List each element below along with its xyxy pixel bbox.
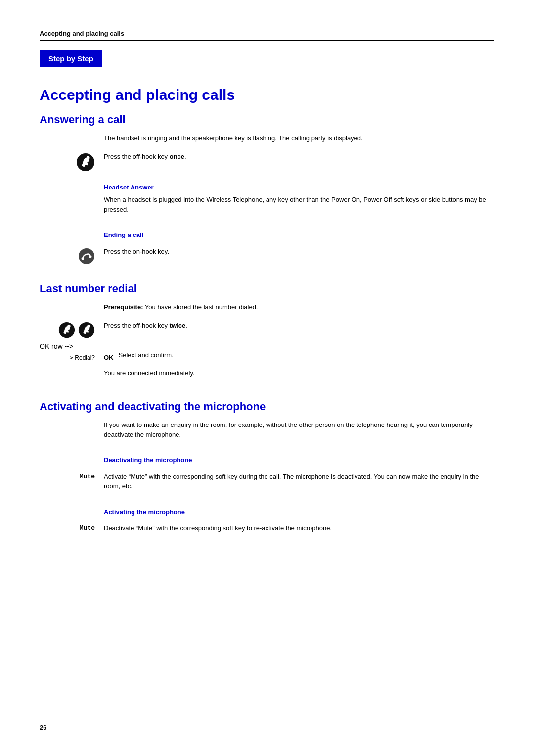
activating-heading-row: Activating the microphone (40, 500, 494, 520)
select-confirm-text: Select and confirm. (119, 350, 174, 360)
connected-text: You are connected immediately. (104, 368, 494, 378)
last-number-redial-heading: Last number redial (40, 283, 494, 295)
headset-answer-section: Headset Answer When a headset is plugged… (104, 176, 494, 220)
headset-answer-icon-area (40, 176, 104, 177)
headset-answer-text: When a headset is plugged into the Wirel… (104, 195, 494, 214)
answering-intro-row: The handset is ringing and the speakerph… (40, 133, 494, 148)
double-phone-icons (58, 322, 95, 338)
phone-offhook-icon-area (40, 152, 104, 172)
redial-arrow: --> (62, 354, 73, 361)
deactivating-icon-area (40, 448, 104, 449)
onhook-icon-area (40, 247, 104, 265)
page-header-title: Accepting and placing calls (40, 30, 124, 37)
answering-intro-text: The handset is ringing and the speakerph… (104, 133, 494, 143)
svg-point-6 (67, 325, 70, 328)
step-by-step-box: Step by Step (40, 50, 102, 67)
press-once-row: Press the off-hook key once. (40, 152, 494, 172)
ending-call-heading: Ending a call (104, 230, 494, 240)
page: Accepting and placing calls Step by Step… (0, 0, 534, 756)
connected-row: You are connected immediately. (40, 368, 494, 383)
ending-call-icon-area (40, 223, 104, 224)
prereq-icon-area (40, 302, 104, 303)
main-heading: Accepting and placing calls (40, 87, 494, 103)
svg-point-2 (79, 248, 94, 264)
prereq-text: Prerequisite: You have stored the last n… (104, 302, 494, 312)
redial-label: Redial? (75, 354, 95, 361)
prereq-row: Prerequisite: You have stored the last n… (40, 302, 494, 317)
activating-heading-area: Activating the microphone (104, 500, 494, 520)
deactivating-heading-area: Deactivating the microphone (104, 448, 494, 468)
microphone-intro-icon-area (40, 420, 104, 421)
press-twice-text: Press the off-hook key twice. (104, 321, 494, 331)
deactivating-mute-row: Mute Activate “Mute” with the correspond… (40, 472, 494, 496)
microphone-heading: Activating and deactivating the micropho… (40, 400, 494, 413)
press-once-text: Press the off-hook key once. (104, 152, 494, 162)
deactivating-heading-row: Deactivating the microphone (40, 448, 494, 468)
redial-left-area: --> Redial? (40, 354, 104, 361)
phone-offhook-icon-2 (78, 322, 95, 338)
ending-call-section: Ending a call (104, 223, 494, 243)
activating-heading: Activating the microphone (104, 507, 494, 517)
redial-row: --> Redial? OK Select and confirm. (40, 350, 494, 365)
double-phone-icon-area (40, 321, 104, 338)
deactivating-heading: Deactivating the microphone (104, 455, 494, 465)
microphone-intro-text: If you want to make an enquiry in the ro… (104, 420, 494, 439)
svg-point-3 (82, 257, 84, 260)
headset-answer-row: Headset Answer When a headset is plugged… (40, 176, 494, 220)
ending-call-row: Ending a call (40, 223, 494, 243)
phone-onhook-icon (78, 248, 95, 265)
phone-offhook-icon (76, 153, 95, 172)
microphone-intro-row: If you want to make an enquiry in the ro… (40, 420, 494, 444)
svg-point-1 (87, 156, 90, 159)
page-header: Accepting and placing calls (40, 30, 494, 41)
ok-label: OK (104, 354, 114, 361)
phone-offhook-icon-1 (58, 322, 75, 338)
page-number: 26 (40, 724, 46, 731)
ending-call-text: Press the on-hook key. (104, 247, 494, 257)
activating-mute-label: Mute (40, 523, 104, 532)
activating-mute-row: Mute Deactivate “Mute” with the correspo… (40, 523, 494, 538)
activating-mute-text: Deactivate “Mute” with the corresponding… (104, 523, 494, 533)
answering-icon-area (40, 133, 104, 134)
ending-call-icon-row: Press the on-hook key. (40, 247, 494, 265)
svg-point-8 (87, 325, 90, 328)
deactivating-mute-label: Mute (40, 472, 104, 480)
connected-icon-area (40, 368, 104, 369)
press-twice-row: Press the off-hook key twice. (40, 321, 494, 338)
ok-area: OK Select and confirm. (104, 350, 494, 365)
activating-icon-area (40, 500, 104, 501)
svg-point-4 (89, 255, 92, 258)
deactivating-mute-text: Activate “Mute” with the corresponding s… (104, 472, 494, 491)
answering-call-heading: Answering a call (40, 113, 494, 126)
headset-answer-heading: Headset Answer (104, 183, 494, 192)
